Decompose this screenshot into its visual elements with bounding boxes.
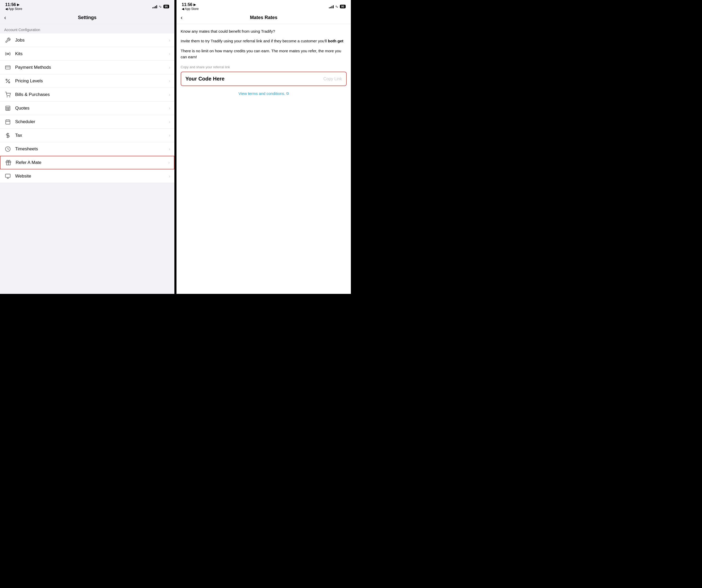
mates-rates-screen: 11:56 ▶ ◀ App Store ∿ 95 ‹ Mates Rates K…: [177, 0, 351, 294]
pricing-levels-chevron: ›: [169, 79, 170, 83]
settings-item-scheduler[interactable]: Scheduler ›: [0, 115, 174, 129]
jobs-icon: [4, 36, 11, 44]
settings-item-quotes[interactable]: Quotes ›: [0, 101, 174, 115]
settings-item-refer-a-mate[interactable]: Refer A Mate ›: [0, 156, 174, 169]
status-bar-left: 11:56 ▶ ◀ App Store ∿ 95: [0, 0, 174, 11]
bills-purchases-chevron: ›: [169, 92, 170, 97]
website-icon: [4, 172, 11, 180]
external-link-icon: ⧉: [286, 91, 289, 96]
settings-back-button[interactable]: ‹: [4, 14, 6, 21]
settings-screen: 11:56 ▶ ◀ App Store ∿ 95 ‹ Settings Acco…: [0, 0, 174, 294]
status-right-right: ∿ 95: [329, 4, 346, 9]
tax-chevron: ›: [169, 133, 170, 138]
timesheets-chevron: ›: [169, 147, 170, 151]
time-display-left: 11:56: [5, 2, 16, 7]
referral-code-text: Your Code Here: [186, 76, 225, 82]
panel-divider: [174, 0, 177, 294]
svg-point-5: [9, 82, 10, 83]
payment-methods-icon: [4, 64, 11, 71]
bills-purchases-label: Bills & Purchases: [15, 92, 169, 97]
payment-methods-chevron: ›: [169, 65, 170, 70]
kits-icon: [4, 50, 11, 57]
section-header-label: Account Configuration: [4, 28, 40, 32]
settings-title: Settings: [78, 15, 97, 20]
svg-point-4: [6, 79, 7, 80]
settings-item-website[interactable]: Website ›: [0, 169, 174, 183]
pricing-levels-label: Pricing Levels: [15, 79, 169, 84]
settings-item-bills-purchases[interactable]: Bills & Purchases ›: [0, 88, 174, 101]
settings-list: Jobs › Kits › Payment Methods › Pricing …: [0, 33, 174, 183]
timesheets-label: Timesheets: [15, 146, 169, 152]
scheduler-chevron: ›: [169, 119, 170, 124]
svg-rect-26: [5, 174, 10, 177]
mates-title: Mates Rates: [250, 15, 277, 20]
svg-rect-8: [6, 106, 10, 110]
status-time-left: 11:56 ▶: [5, 2, 19, 7]
refer-a-mate-icon: [5, 159, 12, 166]
back-label-right[interactable]: ◀ App Store: [182, 7, 199, 11]
battery-left: 95: [163, 5, 169, 8]
tax-icon: [4, 132, 11, 139]
quotes-icon: [4, 105, 11, 112]
kits-chevron: ›: [169, 51, 170, 56]
terms-label: View terms and conditions.: [238, 91, 285, 96]
referral-label: Copy and share your referral link: [181, 65, 347, 69]
refer-a-mate-label: Refer A Mate: [16, 160, 168, 165]
battery-right: 95: [340, 5, 346, 8]
status-time-right: 11:56 ▶: [182, 2, 196, 7]
quotes-label: Quotes: [15, 106, 169, 111]
app-store-back-left[interactable]: ◀ App Store: [5, 7, 22, 11]
mates-paragraph-2: Invite them to try Tradify using your re…: [181, 38, 347, 44]
referral-code-box[interactable]: Your Code Here Copy Link: [181, 72, 347, 86]
back-label-left[interactable]: ◀ App Store: [5, 7, 22, 11]
mates-paragraph-3: There is no limit on how many credits yo…: [181, 48, 347, 60]
jobs-chevron: ›: [169, 38, 170, 42]
terms-link[interactable]: View terms and conditions. ⧉: [238, 91, 289, 96]
mates-back-button[interactable]: ‹: [181, 14, 183, 21]
quotes-chevron: ›: [169, 106, 170, 111]
pricing-levels-icon: [4, 78, 11, 85]
settings-item-pricing-levels[interactable]: Pricing Levels ›: [0, 74, 174, 88]
svg-point-6: [7, 97, 7, 97]
bills-purchases-icon: [4, 91, 11, 98]
settings-item-tax[interactable]: Tax ›: [0, 129, 174, 142]
referral-section: Copy and share your referral link Your C…: [181, 65, 347, 86]
mates-nav-bar: ‹ Mates Rates: [177, 11, 351, 24]
location-icon-left: ▶: [17, 3, 19, 7]
scheduler-label: Scheduler: [15, 119, 169, 124]
app-store-back-right[interactable]: ◀ App Store: [182, 7, 199, 11]
signal-bars-left: [152, 5, 157, 8]
svg-point-7: [9, 97, 10, 97]
kits-label: Kits: [15, 51, 169, 56]
status-bar-right-section: 11:56 ▶ ◀ App Store: [182, 2, 199, 11]
terms-section: View terms and conditions. ⧉: [181, 86, 347, 96]
tax-label: Tax: [15, 133, 169, 138]
signal-bars-right: [329, 5, 334, 8]
status-bar-right: 11:56 ▶ ◀ App Store ∿ 95: [177, 0, 351, 11]
website-chevron: ›: [169, 174, 170, 179]
wifi-icon-left: ∿: [159, 4, 162, 9]
settings-item-timesheets[interactable]: Timesheets ›: [0, 142, 174, 156]
location-icon-right: ▶: [194, 3, 196, 7]
settings-nav-bar: ‹ Settings: [0, 11, 174, 24]
website-label: Website: [15, 173, 169, 179]
mates-content-area: Know any mates that could benefit from u…: [177, 24, 351, 294]
wifi-icon-right: ∿: [335, 4, 338, 9]
svg-rect-13: [6, 120, 10, 124]
svg-point-0: [7, 53, 9, 54]
settings-item-kits[interactable]: Kits ›: [0, 47, 174, 61]
scheduler-icon: [4, 118, 11, 125]
payment-methods-label: Payment Methods: [15, 65, 169, 70]
copy-link-button[interactable]: Copy Link: [323, 77, 342, 81]
refer-a-mate-chevron: ›: [168, 160, 170, 165]
time-display-right: 11:56: [182, 2, 193, 7]
svg-rect-1: [5, 66, 10, 69]
jobs-label: Jobs: [15, 38, 169, 43]
account-config-header: Account Configuration: [0, 24, 174, 33]
mates-paragraph-1: Know any mates that could benefit from u…: [181, 28, 347, 34]
status-right-left: ∿ 95: [152, 4, 169, 9]
settings-item-payment-methods[interactable]: Payment Methods ›: [0, 61, 174, 74]
timesheets-icon: [4, 145, 11, 153]
status-bar-left-section: 11:56 ▶ ◀ App Store: [5, 2, 22, 11]
settings-item-jobs[interactable]: Jobs ›: [0, 33, 174, 47]
